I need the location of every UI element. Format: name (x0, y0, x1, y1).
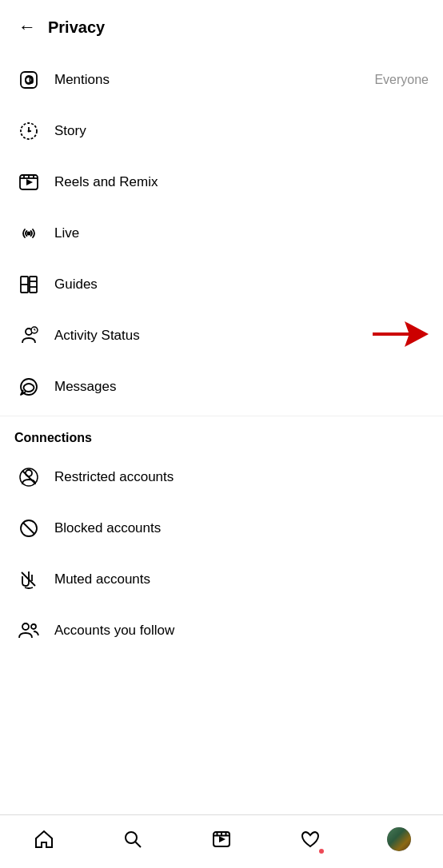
menu-item-reels[interactable]: Reels and Remix (0, 157, 443, 208)
svg-rect-0 (21, 72, 37, 88)
menu-list: Mentions Everyone Story (0, 48, 443, 814)
svg-rect-14 (30, 277, 37, 293)
page-title: Privacy (48, 18, 105, 37)
menu-item-blocked[interactable]: Blocked accounts (0, 503, 443, 554)
messages-icon (14, 372, 43, 401)
menu-item-following[interactable]: Accounts you follow (0, 605, 443, 656)
svg-line-25 (22, 471, 35, 484)
live-icon (14, 219, 43, 248)
nav-activity[interactable] (290, 823, 330, 855)
story-icon (14, 117, 43, 145)
back-arrow-icon: ← (18, 17, 36, 38)
menu-item-guides[interactable]: Guides (0, 259, 443, 310)
guides-label: Guides (54, 277, 429, 293)
menu-item-mentions[interactable]: Mentions Everyone (0, 54, 443, 106)
nav-home[interactable] (24, 823, 64, 855)
muted-label: Muted accounts (54, 571, 429, 587)
nav-search[interactable] (113, 823, 153, 855)
nav-reels[interactable] (202, 823, 241, 855)
restricted-icon (14, 463, 43, 492)
header: ← Privacy (0, 0, 443, 48)
activity-dot (319, 849, 324, 854)
menu-item-story[interactable]: Story (0, 106, 443, 157)
restricted-label: Restricted accounts (54, 469, 429, 485)
reels-label: Reels and Remix (54, 174, 429, 190)
blocked-icon (14, 514, 43, 543)
bottom-nav (0, 814, 443, 868)
svg-point-30 (22, 623, 29, 630)
svg-line-33 (136, 842, 142, 848)
home-icon (34, 829, 54, 850)
guides-icon (14, 270, 43, 299)
avatar (387, 827, 411, 851)
messages-label: Messages (54, 379, 429, 395)
svg-point-5 (28, 130, 30, 133)
svg-point-12 (27, 232, 31, 236)
svg-line-28 (23, 523, 34, 534)
back-button[interactable]: ← (13, 13, 42, 42)
following-icon (14, 616, 43, 645)
following-label: Accounts you follow (54, 623, 429, 639)
muted-icon (14, 565, 43, 594)
at-icon (14, 66, 43, 94)
svg-marker-35 (219, 836, 225, 842)
svg-point-31 (31, 624, 36, 629)
svg-marker-7 (26, 179, 33, 185)
red-arrow-pointer (373, 320, 429, 352)
activity-status-icon (14, 321, 43, 350)
menu-item-messages[interactable]: Messages (0, 361, 443, 412)
blocked-label: Blocked accounts (54, 520, 429, 536)
menu-item-muted[interactable]: Muted accounts (0, 554, 443, 605)
connections-section-header: Connections (0, 416, 443, 452)
story-label: Story (54, 123, 429, 139)
live-label: Live (54, 225, 429, 241)
heart-icon (300, 829, 321, 850)
menu-item-activity-status[interactable]: Activity Status (0, 310, 443, 361)
reels-nav-icon (211, 829, 232, 850)
search-icon (122, 829, 143, 850)
menu-item-restricted[interactable]: Restricted accounts (0, 452, 443, 503)
reels-icon (14, 168, 43, 197)
svg-marker-22 (373, 321, 429, 347)
nav-profile[interactable] (379, 823, 419, 855)
mentions-value: Everyone (374, 73, 429, 87)
svg-point-32 (126, 832, 137, 843)
mentions-label: Mentions (54, 72, 374, 88)
menu-item-live[interactable]: Live (0, 208, 443, 259)
